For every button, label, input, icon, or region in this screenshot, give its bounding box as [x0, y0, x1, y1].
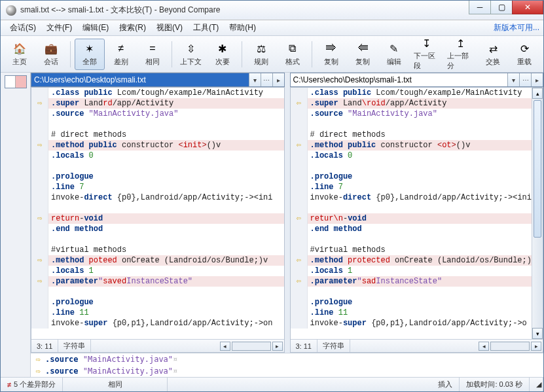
code-line[interactable]: ⇨return-void — [31, 213, 284, 224]
minimize-button[interactable]: ─ — [469, 0, 491, 14]
code-line[interactable] — [31, 119, 284, 130]
menu-搜索(R)[interactable]: 搜索(R) — [114, 21, 151, 35]
edit-icon: ✎ — [387, 41, 401, 56]
code-line[interactable]: .end method — [31, 224, 284, 234]
toolbar-diffs[interactable]: ≠差别 — [106, 39, 136, 70]
toolbar-format[interactable]: ⧉格式 — [278, 39, 308, 70]
toolbar-home[interactable]: 🏠主页 — [5, 39, 35, 70]
menu-工具(T)[interactable]: 工具(T) — [188, 21, 224, 35]
code-line[interactable] — [291, 287, 532, 297]
code-line[interactable] — [31, 161, 284, 171]
overview-thumbnail[interactable] — [5, 75, 27, 88]
code-line[interactable]: # direct methods — [291, 130, 532, 140]
bottom-diff-line[interactable]: ⇨.source "MainActivity.java"¤ — [31, 365, 543, 377]
code-line[interactable]: .locals 0 — [291, 151, 532, 161]
toolbar-nextsec[interactable]: ↧下一区段 — [410, 39, 443, 70]
maximize-button[interactable]: ▢ — [490, 0, 513, 14]
left-path-browse[interactable]: ⋯ — [261, 73, 272, 86]
left-hscroll[interactable]: ◂▸ — [219, 342, 284, 351]
code-line[interactable]: ⇨.method public constructor <init>()v — [31, 140, 284, 151]
code-line[interactable]: ⇦.method public constructor <ot>()v — [291, 140, 532, 151]
code-line[interactable]: ⇦.method protected onCreate (Landoid/os/… — [291, 255, 532, 266]
left-code[interactable]: .class public Lcom/tough/example/MainAct… — [31, 88, 284, 329]
toolbar-prevpart[interactable]: ↥上一部分 — [444, 39, 477, 70]
code-line[interactable]: .locals 1 — [31, 266, 284, 276]
menu-会话(S)[interactable]: 会话(S) — [5, 21, 41, 35]
toolbar-rules[interactable]: ⚖规则 — [246, 39, 276, 70]
window-title: smali.txt <--> smali-1.txt - 文本比较(T) - B… — [20, 5, 543, 16]
app-window: smali.txt <--> smali-1.txt - 文本比较(T) - B… — [0, 0, 544, 392]
left-path-dropdown[interactable]: ▾ — [249, 73, 261, 86]
code-line[interactable]: .prologue — [291, 297, 532, 308]
code-line[interactable]: ⇨.super Landrd/app/Activity — [31, 98, 284, 109]
toolbar-sessions[interactable]: 💼会话 — [36, 39, 66, 70]
menu-帮助(H)[interactable]: 帮助(H) — [224, 21, 261, 35]
right-path-browse[interactable]: ⋯ — [519, 73, 531, 86]
code-line[interactable]: .line 11 — [291, 308, 532, 318]
code-line[interactable]: .prologue — [31, 297, 284, 308]
context-icon: ⇳ — [184, 41, 198, 56]
code-line[interactable]: invoke-super {p0,p1},Landroid/app/Activi… — [31, 318, 284, 329]
code-line[interactable] — [291, 234, 532, 245]
app-icon — [6, 5, 16, 16]
menu-文件(F)[interactable]: 文件(F) — [41, 21, 77, 35]
left-path-input[interactable] — [31, 73, 249, 86]
close-button[interactable]: ✕ — [512, 0, 543, 14]
code-line[interactable]: invoke-direct {p0},Landroid/app/Activity… — [31, 192, 284, 203]
code-line[interactable]: #virtual methods — [31, 245, 284, 255]
code-line[interactable]: .end method — [291, 224, 532, 234]
toolbar-same[interactable]: =相同 — [137, 39, 168, 70]
resize-grip[interactable]: ◢ — [530, 378, 543, 391]
status-diff-count: ≠5 个差异部分 — [1, 378, 63, 391]
code-line[interactable]: ⇦retur\n-void — [291, 213, 532, 224]
bottom-diff-line[interactable]: ⇨.source "MainActivity.java"¤ — [31, 353, 543, 365]
right-path-dropdown[interactable]: ▾ — [507, 73, 519, 86]
toolbar-edit[interactable]: ✎编辑 — [379, 39, 409, 70]
code-line[interactable]: .line 7 — [31, 182, 284, 192]
new-version-link[interactable]: 新版本可用... — [494, 22, 539, 33]
right-path-input[interactable] — [291, 73, 508, 86]
code-line[interactable]: ⇦.super Land\roid/app/Activity — [291, 98, 532, 109]
toolbar-all[interactable]: ✶全部 — [75, 39, 105, 70]
toolbar-minor[interactable]: ✱次要 — [208, 39, 238, 70]
right-code[interactable]: .class public Lcom/tough/example/MainAct… — [291, 88, 532, 329]
code-line[interactable]: .prologue — [291, 171, 532, 182]
code-line[interactable]: .class public Lcom/tough/example/MainAct… — [31, 88, 284, 98]
code-line[interactable]: .source "MainActivity.java" — [31, 109, 284, 119]
right-hscroll[interactable]: ◂▸ — [477, 342, 543, 351]
code-line[interactable] — [31, 203, 284, 213]
rules-icon: ⚖ — [254, 41, 268, 56]
menu-视图(V)[interactable]: 视图(V) — [151, 21, 188, 35]
code-line[interactable]: ⇦.parameter"sadInstanceState" — [291, 276, 532, 287]
right-path-open[interactable]: ▸ — [531, 73, 543, 86]
code-line[interactable]: .line 11 — [31, 308, 284, 318]
vertical-scrollbar[interactable]: ▴▾ — [532, 88, 543, 339]
code-line[interactable]: .locals 0 — [31, 151, 284, 161]
code-line[interactable] — [291, 161, 532, 171]
code-line[interactable]: .line 7 — [291, 182, 532, 192]
right-token-kind: 字符串 — [317, 340, 350, 352]
toolbar-copyL[interactable]: ⭆复制 — [316, 39, 346, 70]
menu-编辑(E)[interactable]: 编辑(E) — [77, 21, 114, 35]
code-line[interactable]: ⇨.parameter"savedInstanceState" — [31, 276, 284, 287]
titlebar[interactable]: smali.txt <--> smali-1.txt - 文本比较(T) - B… — [1, 1, 543, 20]
code-line[interactable]: invoke-direct {p0},Landroid/app/Activity… — [291, 192, 532, 203]
left-path-open[interactable]: ▸ — [272, 73, 284, 86]
code-line[interactable] — [31, 234, 284, 245]
code-line[interactable]: ⇨.method poteed onCreate (Landroid/os/Bu… — [31, 255, 284, 266]
code-line[interactable] — [31, 287, 284, 297]
toolbar-reload[interactable]: ⟳重载 — [509, 39, 539, 70]
code-line[interactable]: .locals 1 — [291, 266, 532, 276]
code-line[interactable] — [291, 203, 532, 213]
toolbar-context[interactable]: ⇳上下文 — [176, 39, 206, 70]
code-line[interactable] — [291, 119, 532, 130]
code-line[interactable]: invoke-super {p0,p1},Landroid/app/Activi… — [291, 318, 532, 329]
right-pane: .class public Lcom/tough/example/MainAct… — [290, 87, 544, 353]
toolbar-swap[interactable]: ⇄交换 — [478, 39, 508, 70]
code-line[interactable]: # direct methods — [31, 130, 284, 140]
code-line[interactable]: .source "MainActivity.java" — [291, 109, 532, 119]
code-line[interactable]: .class public Lcom/tough/example/MainAct… — [291, 88, 532, 98]
code-line[interactable]: .prologue — [31, 171, 284, 182]
toolbar-copyR[interactable]: ⭅复制 — [348, 39, 378, 70]
code-line[interactable]: #virtual methods — [291, 245, 532, 255]
